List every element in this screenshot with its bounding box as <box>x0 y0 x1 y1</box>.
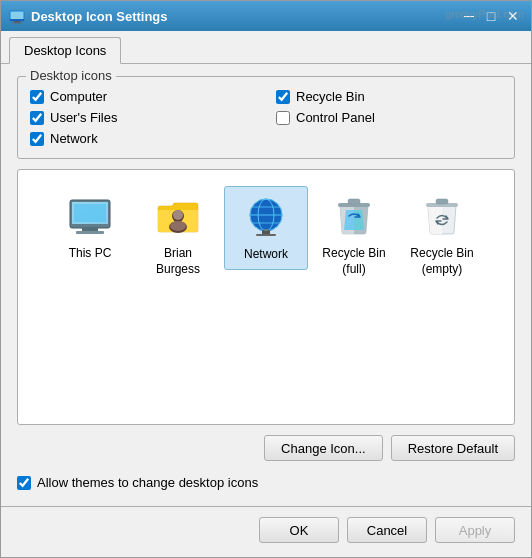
cancel-button[interactable]: Cancel <box>347 517 427 543</box>
icon-recycle-empty[interactable]: Recycle Bin(empty) <box>400 186 484 283</box>
content-area: Desktop icons Computer Recycle Bin User'… <box>1 64 531 506</box>
svg-rect-10 <box>74 204 106 222</box>
icons-preview-box: This PC Brian Burgess <box>17 169 515 425</box>
svg-point-14 <box>170 221 186 231</box>
svg-rect-23 <box>264 229 268 231</box>
checkbox-network-label: Network <box>50 131 98 146</box>
allow-themes-row: Allow themes to change desktop icons <box>17 471 515 494</box>
checkbox-users[interactable]: User's Files <box>30 110 256 125</box>
icon-recycle-empty-label: Recycle Bin(empty) <box>410 246 473 277</box>
tab-desktop-icons[interactable]: Desktop Icons <box>9 37 121 64</box>
icon-network[interactable]: Network <box>224 186 308 270</box>
checkbox-computer-input[interactable] <box>30 90 44 104</box>
icon-this-pc-label: This PC <box>69 246 112 262</box>
icon-network-label: Network <box>244 247 288 263</box>
ok-button[interactable]: OK <box>259 517 339 543</box>
svg-rect-22 <box>256 234 276 236</box>
allow-themes-label: Allow themes to change desktop icons <box>37 475 258 490</box>
allow-themes-checkbox[interactable]: Allow themes to change desktop icons <box>17 475 258 490</box>
icon-buttons-row: Change Icon... Restore Default <box>17 435 515 461</box>
icon-brian-burgess-label: Brian Burgess <box>142 246 214 277</box>
svg-rect-9 <box>76 231 104 234</box>
svg-rect-3 <box>14 21 20 23</box>
this-pc-icon <box>66 192 114 240</box>
svg-rect-25 <box>348 199 360 204</box>
title-bar: Desktop Icon Settings ─ □ ✕ <box>1 1 531 31</box>
recycle-full-icon <box>330 192 378 240</box>
window-icon <box>9 8 25 24</box>
checkbox-users-input[interactable] <box>30 111 44 125</box>
checkbox-control-label: Control Panel <box>296 110 375 125</box>
minimize-button[interactable]: ─ <box>459 6 479 26</box>
checkbox-network-input[interactable] <box>30 132 44 146</box>
svg-rect-2 <box>10 19 24 21</box>
checkbox-computer[interactable]: Computer <box>30 89 256 104</box>
icon-brian-burgess[interactable]: Brian Burgess <box>136 186 220 283</box>
group-label: Desktop icons <box>26 68 116 83</box>
tab-bar: Desktop Icons <box>1 31 531 64</box>
recycle-empty-icon <box>418 192 466 240</box>
apply-button[interactable]: Apply <box>435 517 515 543</box>
icon-recycle-full[interactable]: Recycle Bin(full) <box>312 186 396 283</box>
checkbox-network[interactable]: Network <box>30 131 256 146</box>
network-icon <box>242 193 290 241</box>
checkboxes-grid: Computer Recycle Bin User's Files Contro… <box>30 89 502 146</box>
window: Desktop Icon Settings ─ □ ✕ Desktop Icon… <box>0 0 532 558</box>
maximize-button[interactable]: □ <box>481 6 501 26</box>
svg-rect-1 <box>11 12 23 19</box>
restore-default-button[interactable]: Restore Default <box>391 435 515 461</box>
icon-this-pc[interactable]: This PC <box>48 186 132 268</box>
svg-point-13 <box>173 210 183 220</box>
checkbox-recycle[interactable]: Recycle Bin <box>276 89 502 104</box>
footer-buttons: OK Cancel Apply <box>1 506 531 557</box>
checkbox-recycle-input[interactable] <box>276 90 290 104</box>
checkbox-recycle-label: Recycle Bin <box>296 89 365 104</box>
checkbox-users-label: User's Files <box>50 110 118 125</box>
allow-themes-input[interactable] <box>17 476 31 490</box>
checkbox-computer-label: Computer <box>50 89 107 104</box>
svg-rect-27 <box>436 199 448 204</box>
window-title: Desktop Icon Settings <box>31 9 459 24</box>
icon-recycle-full-label: Recycle Bin(full) <box>322 246 385 277</box>
close-button[interactable]: ✕ <box>503 6 523 26</box>
brian-burgess-icon <box>154 192 202 240</box>
svg-rect-4 <box>12 23 22 24</box>
desktop-icons-group: Desktop icons Computer Recycle Bin User'… <box>17 76 515 159</box>
checkbox-control-input[interactable] <box>276 111 290 125</box>
checkbox-control[interactable]: Control Panel <box>276 110 502 125</box>
title-bar-controls: ─ □ ✕ <box>459 6 523 26</box>
change-icon-button[interactable]: Change Icon... <box>264 435 383 461</box>
